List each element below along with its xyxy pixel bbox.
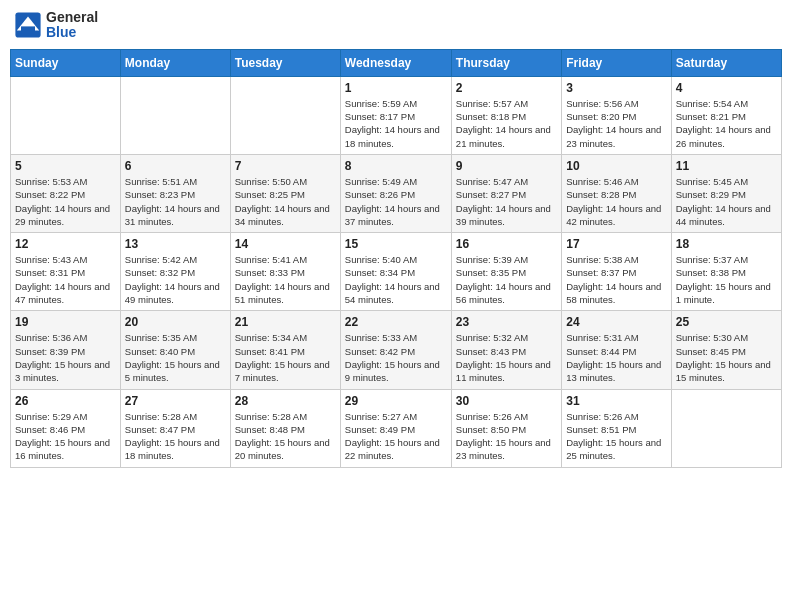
day-info: Sunrise: 5:39 AMSunset: 8:35 PMDaylight:… <box>456 253 557 306</box>
day-cell: 30Sunrise: 5:26 AMSunset: 8:50 PMDayligh… <box>451 389 561 467</box>
week-row-1: 1Sunrise: 5:59 AMSunset: 8:17 PMDaylight… <box>11 76 782 154</box>
day-info: Sunrise: 5:43 AMSunset: 8:31 PMDaylight:… <box>15 253 116 306</box>
day-info: Sunrise: 5:38 AMSunset: 8:37 PMDaylight:… <box>566 253 666 306</box>
svg-rect-2 <box>21 27 35 33</box>
day-cell: 3Sunrise: 5:56 AMSunset: 8:20 PMDaylight… <box>562 76 671 154</box>
day-cell: 21Sunrise: 5:34 AMSunset: 8:41 PMDayligh… <box>230 311 340 389</box>
day-number: 11 <box>676 159 777 173</box>
day-number: 19 <box>15 315 116 329</box>
day-info: Sunrise: 5:34 AMSunset: 8:41 PMDaylight:… <box>235 331 336 384</box>
day-info: Sunrise: 5:33 AMSunset: 8:42 PMDaylight:… <box>345 331 447 384</box>
day-cell: 12Sunrise: 5:43 AMSunset: 8:31 PMDayligh… <box>11 233 121 311</box>
day-cell <box>120 76 230 154</box>
day-number: 1 <box>345 81 447 95</box>
day-info: Sunrise: 5:28 AMSunset: 8:47 PMDaylight:… <box>125 410 226 463</box>
header: General Blue <box>10 10 782 41</box>
week-row-4: 19Sunrise: 5:36 AMSunset: 8:39 PMDayligh… <box>11 311 782 389</box>
day-cell: 20Sunrise: 5:35 AMSunset: 8:40 PMDayligh… <box>120 311 230 389</box>
day-info: Sunrise: 5:42 AMSunset: 8:32 PMDaylight:… <box>125 253 226 306</box>
day-cell: 23Sunrise: 5:32 AMSunset: 8:43 PMDayligh… <box>451 311 561 389</box>
weekday-header-tuesday: Tuesday <box>230 49 340 76</box>
day-cell: 26Sunrise: 5:29 AMSunset: 8:46 PMDayligh… <box>11 389 121 467</box>
day-info: Sunrise: 5:57 AMSunset: 8:18 PMDaylight:… <box>456 97 557 150</box>
day-number: 7 <box>235 159 336 173</box>
week-row-3: 12Sunrise: 5:43 AMSunset: 8:31 PMDayligh… <box>11 233 782 311</box>
day-number: 26 <box>15 394 116 408</box>
day-number: 2 <box>456 81 557 95</box>
day-info: Sunrise: 5:59 AMSunset: 8:17 PMDaylight:… <box>345 97 447 150</box>
day-number: 23 <box>456 315 557 329</box>
day-info: Sunrise: 5:35 AMSunset: 8:40 PMDaylight:… <box>125 331 226 384</box>
day-cell: 29Sunrise: 5:27 AMSunset: 8:49 PMDayligh… <box>340 389 451 467</box>
day-info: Sunrise: 5:54 AMSunset: 8:21 PMDaylight:… <box>676 97 777 150</box>
day-number: 12 <box>15 237 116 251</box>
day-cell: 4Sunrise: 5:54 AMSunset: 8:21 PMDaylight… <box>671 76 781 154</box>
day-number: 10 <box>566 159 666 173</box>
day-cell: 24Sunrise: 5:31 AMSunset: 8:44 PMDayligh… <box>562 311 671 389</box>
day-info: Sunrise: 5:50 AMSunset: 8:25 PMDaylight:… <box>235 175 336 228</box>
day-cell: 19Sunrise: 5:36 AMSunset: 8:39 PMDayligh… <box>11 311 121 389</box>
day-number: 25 <box>676 315 777 329</box>
day-cell: 15Sunrise: 5:40 AMSunset: 8:34 PMDayligh… <box>340 233 451 311</box>
day-number: 27 <box>125 394 226 408</box>
day-cell: 28Sunrise: 5:28 AMSunset: 8:48 PMDayligh… <box>230 389 340 467</box>
day-number: 29 <box>345 394 447 408</box>
day-info: Sunrise: 5:53 AMSunset: 8:22 PMDaylight:… <box>15 175 116 228</box>
day-number: 13 <box>125 237 226 251</box>
day-cell: 2Sunrise: 5:57 AMSunset: 8:18 PMDaylight… <box>451 76 561 154</box>
day-info: Sunrise: 5:31 AMSunset: 8:44 PMDaylight:… <box>566 331 666 384</box>
day-cell: 11Sunrise: 5:45 AMSunset: 8:29 PMDayligh… <box>671 154 781 232</box>
day-info: Sunrise: 5:26 AMSunset: 8:50 PMDaylight:… <box>456 410 557 463</box>
day-cell: 1Sunrise: 5:59 AMSunset: 8:17 PMDaylight… <box>340 76 451 154</box>
day-number: 8 <box>345 159 447 173</box>
day-number: 6 <box>125 159 226 173</box>
day-number: 17 <box>566 237 666 251</box>
day-info: Sunrise: 5:47 AMSunset: 8:27 PMDaylight:… <box>456 175 557 228</box>
day-number: 30 <box>456 394 557 408</box>
day-number: 5 <box>15 159 116 173</box>
day-info: Sunrise: 5:45 AMSunset: 8:29 PMDaylight:… <box>676 175 777 228</box>
day-cell: 31Sunrise: 5:26 AMSunset: 8:51 PMDayligh… <box>562 389 671 467</box>
day-cell <box>11 76 121 154</box>
day-number: 14 <box>235 237 336 251</box>
day-info: Sunrise: 5:29 AMSunset: 8:46 PMDaylight:… <box>15 410 116 463</box>
day-info: Sunrise: 5:46 AMSunset: 8:28 PMDaylight:… <box>566 175 666 228</box>
weekday-header-friday: Friday <box>562 49 671 76</box>
day-number: 20 <box>125 315 226 329</box>
weekday-header-thursday: Thursday <box>451 49 561 76</box>
day-number: 21 <box>235 315 336 329</box>
day-cell: 9Sunrise: 5:47 AMSunset: 8:27 PMDaylight… <box>451 154 561 232</box>
day-number: 18 <box>676 237 777 251</box>
day-info: Sunrise: 5:37 AMSunset: 8:38 PMDaylight:… <box>676 253 777 306</box>
weekday-header-sunday: Sunday <box>11 49 121 76</box>
logo: General Blue <box>14 10 98 41</box>
day-cell: 18Sunrise: 5:37 AMSunset: 8:38 PMDayligh… <box>671 233 781 311</box>
day-info: Sunrise: 5:32 AMSunset: 8:43 PMDaylight:… <box>456 331 557 384</box>
week-row-2: 5Sunrise: 5:53 AMSunset: 8:22 PMDaylight… <box>11 154 782 232</box>
day-info: Sunrise: 5:40 AMSunset: 8:34 PMDaylight:… <box>345 253 447 306</box>
day-number: 4 <box>676 81 777 95</box>
day-info: Sunrise: 5:27 AMSunset: 8:49 PMDaylight:… <box>345 410 447 463</box>
day-number: 22 <box>345 315 447 329</box>
day-cell: 13Sunrise: 5:42 AMSunset: 8:32 PMDayligh… <box>120 233 230 311</box>
day-info: Sunrise: 5:51 AMSunset: 8:23 PMDaylight:… <box>125 175 226 228</box>
day-number: 28 <box>235 394 336 408</box>
day-cell: 6Sunrise: 5:51 AMSunset: 8:23 PMDaylight… <box>120 154 230 232</box>
day-info: Sunrise: 5:30 AMSunset: 8:45 PMDaylight:… <box>676 331 777 384</box>
day-cell: 8Sunrise: 5:49 AMSunset: 8:26 PMDaylight… <box>340 154 451 232</box>
calendar: SundayMondayTuesdayWednesdayThursdayFrid… <box>10 49 782 468</box>
day-number: 24 <box>566 315 666 329</box>
day-cell: 25Sunrise: 5:30 AMSunset: 8:45 PMDayligh… <box>671 311 781 389</box>
day-number: 16 <box>456 237 557 251</box>
day-cell: 7Sunrise: 5:50 AMSunset: 8:25 PMDaylight… <box>230 154 340 232</box>
day-number: 31 <box>566 394 666 408</box>
day-cell: 5Sunrise: 5:53 AMSunset: 8:22 PMDaylight… <box>11 154 121 232</box>
logo-icon <box>14 11 42 39</box>
day-info: Sunrise: 5:56 AMSunset: 8:20 PMDaylight:… <box>566 97 666 150</box>
day-info: Sunrise: 5:26 AMSunset: 8:51 PMDaylight:… <box>566 410 666 463</box>
day-cell <box>671 389 781 467</box>
day-info: Sunrise: 5:41 AMSunset: 8:33 PMDaylight:… <box>235 253 336 306</box>
day-info: Sunrise: 5:49 AMSunset: 8:26 PMDaylight:… <box>345 175 447 228</box>
day-cell: 14Sunrise: 5:41 AMSunset: 8:33 PMDayligh… <box>230 233 340 311</box>
day-cell: 10Sunrise: 5:46 AMSunset: 8:28 PMDayligh… <box>562 154 671 232</box>
